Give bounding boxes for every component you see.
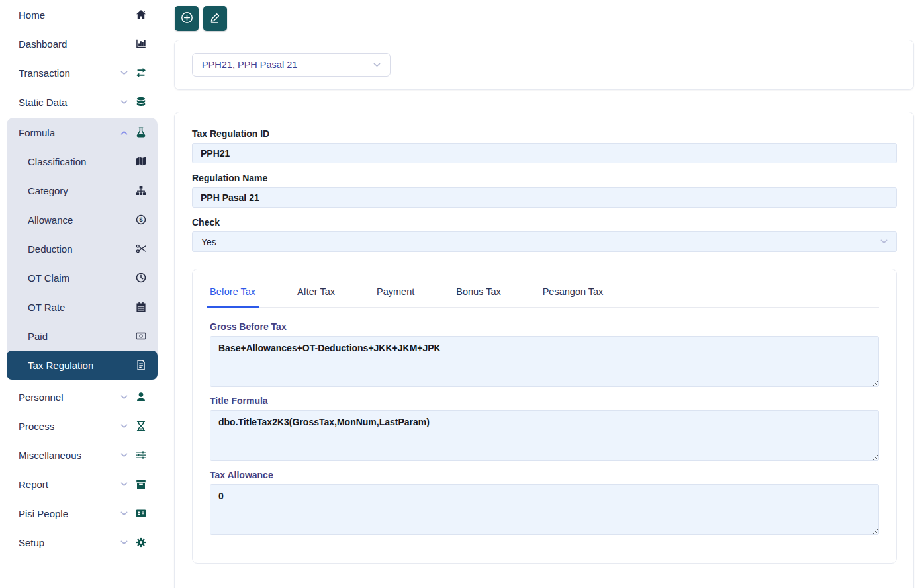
chevron-down-icon	[120, 71, 128, 75]
sidebar-top-section: HomeDashboardTransactionStatic Data	[0, 0, 163, 116]
dollar-circle-icon: $	[135, 214, 146, 226]
tax-allowance-label: Tax Allowance	[210, 470, 879, 480]
transfer-arrows-icon	[135, 67, 146, 79]
calendar-icon	[135, 302, 146, 313]
chevron-down-icon	[120, 395, 128, 399]
sidebar-item-setup[interactable]: Setup	[0, 528, 163, 557]
sidebar-item-label: Classification	[28, 156, 135, 167]
sidebar: HomeDashboardTransactionStatic Data Form…	[0, 0, 163, 588]
field-group-tax-regulation-id: Tax Regulation ID	[192, 128, 897, 163]
sidebar-item-label: Deduction	[28, 243, 135, 255]
title-formula-label: Title Formula	[210, 396, 879, 406]
home-icon	[135, 9, 146, 21]
chevron-down-icon	[373, 63, 381, 67]
sidebar-item-label: Process	[19, 421, 120, 432]
gear-icon	[135, 537, 146, 548]
pencil-icon	[209, 12, 221, 26]
map-icon	[135, 156, 146, 167]
sidebar-item-label: Tax Regulation	[28, 360, 135, 371]
check-select-value: Yes	[201, 237, 216, 247]
tax-regulation-id-input[interactable]	[192, 143, 897, 163]
sidebar-item-static-data[interactable]: Static Data	[0, 87, 163, 116]
sidebar-item-allowance[interactable]: Allowance$	[7, 205, 158, 234]
sidebar-item-dashboard[interactable]: Dashboard	[0, 29, 163, 58]
main-content: PPH21, PPH Pasal 21 Tax Regulation ID Re…	[163, 0, 920, 588]
money-bill-icon	[135, 331, 146, 342]
sidebar-item-miscellaneous[interactable]: Miscellaneous	[0, 441, 163, 470]
sidebar-item-ot-claim[interactable]: OT Claim	[7, 263, 158, 292]
user-icon	[135, 392, 146, 403]
sidebar-item-paid[interactable]: Paid	[7, 321, 158, 351]
hourglass-icon	[135, 421, 146, 432]
scissors-icon	[135, 243, 146, 255]
sidebar-item-label: Miscellaneous	[19, 450, 120, 461]
sidebar-item-label: Formula	[19, 127, 120, 138]
sidebar-formula-group: FormulaClassificationCategoryAllowance$D…	[7, 118, 158, 380]
chevron-down-icon	[120, 540, 128, 545]
tax-regulation-select[interactable]: PPH21, PPH Pasal 21	[192, 53, 391, 77]
sidebar-item-ot-rate[interactable]: OT Rate	[7, 292, 158, 321]
tab-pesangon-tax[interactable]: Pesangon Tax	[539, 282, 607, 308]
sidebar-item-tax-regulation[interactable]: Tax Regulation	[7, 351, 158, 380]
sliders-icon	[135, 450, 146, 461]
clock-icon	[135, 273, 146, 284]
sidebar-item-home[interactable]: Home	[0, 0, 163, 29]
sidebar-item-personnel[interactable]: Personnel	[0, 382, 163, 411]
chevron-up-icon	[120, 130, 128, 135]
sidebar-item-label: Dashboard	[19, 38, 135, 50]
id-card-icon	[135, 508, 146, 519]
record-selector-card: PPH21, PPH Pasal 21	[174, 40, 914, 90]
sidebar-bottom-section: PersonnelProcessMiscellaneousReportPisi …	[0, 382, 163, 557]
chevron-down-icon	[880, 239, 888, 244]
sidebar-item-label: Category	[28, 185, 135, 196]
svg-text:$: $	[139, 216, 142, 223]
tax-allowance-textarea[interactable]: 0	[210, 484, 879, 535]
tax-regulation-form-card: Tax Regulation ID Regulation Name Check …	[174, 112, 914, 588]
sidebar-item-category[interactable]: Category	[7, 176, 158, 205]
field-group-regulation-name: Regulation Name	[192, 173, 897, 208]
tab-before-tax[interactable]: Before Tax	[207, 282, 259, 308]
chevron-down-icon	[120, 424, 128, 429]
sidebar-item-label: Paid	[28, 331, 135, 342]
plus-circle-icon	[181, 11, 193, 26]
sidebar-item-label: Personnel	[19, 392, 120, 403]
sidebar-item-process[interactable]: Process	[0, 411, 163, 441]
chevron-down-icon	[120, 453, 128, 458]
tab-payment[interactable]: Payment	[373, 282, 418, 308]
sidebar-item-label: Static Data	[19, 97, 120, 108]
sidebar-item-classification[interactable]: Classification	[7, 147, 158, 176]
sidebar-item-label: Report	[19, 479, 120, 490]
sidebar-item-label: OT Rate	[28, 302, 135, 313]
check-label: Check	[192, 217, 897, 228]
tax-regulation-id-label: Tax Regulation ID	[192, 128, 897, 139]
sidebar-item-label: Pisi People	[19, 508, 120, 519]
sidebar-item-pisi-people[interactable]: Pisi People	[0, 499, 163, 528]
title-formula-textarea[interactable]: dbo.TitleTax2K3(GrossTax,MonNum,LastPara…	[210, 410, 879, 461]
check-select[interactable]: Yes	[192, 231, 897, 252]
sidebar-item-transaction[interactable]: Transaction	[0, 58, 163, 87]
field-group-gross-before-tax: Gross Before Tax Base+Allowances+OT-Dedu…	[210, 321, 879, 387]
sidebar-item-report[interactable]: Report	[0, 470, 163, 499]
sidebar-item-deduction[interactable]: Deduction	[7, 234, 158, 263]
sidebar-item-label: Home	[19, 9, 135, 21]
sidebar-item-label: Transaction	[19, 67, 120, 79]
tax-tabs-card: Before TaxAfter TaxPaymentBonus TaxPesan…	[192, 269, 897, 564]
sitemap-icon	[135, 185, 146, 196]
document-lines-icon	[135, 360, 146, 371]
sidebar-item-label: Setup	[19, 537, 120, 548]
edit-button[interactable]	[203, 6, 227, 31]
tab-bonus-tax[interactable]: Bonus Tax	[453, 282, 504, 308]
field-group-title-formula: Title Formula dbo.TitleTax2K3(GrossTax,M…	[210, 396, 879, 461]
regulation-name-label: Regulation Name	[192, 173, 897, 183]
bar-chart-icon	[135, 38, 146, 50]
regulation-name-input[interactable]	[192, 187, 897, 208]
database-icon	[135, 97, 146, 108]
archive-box-icon	[135, 479, 146, 490]
gross-before-tax-textarea[interactable]: Base+Allowances+OT-Deductions+JKK+JKM+JP…	[210, 336, 879, 387]
tab-after-tax[interactable]: After Tax	[294, 282, 338, 308]
sidebar-item-formula[interactable]: Formula	[7, 118, 158, 147]
chevron-down-icon	[120, 100, 128, 105]
add-button[interactable]	[175, 6, 199, 31]
toolbar	[175, 6, 914, 31]
field-group-check: Check Yes	[192, 217, 897, 252]
